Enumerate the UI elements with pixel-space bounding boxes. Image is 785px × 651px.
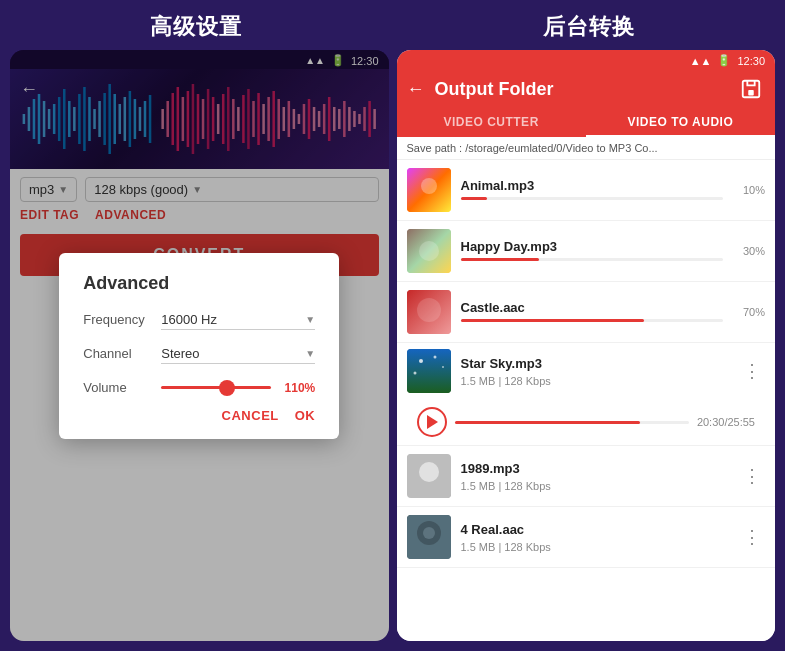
save-path-bar: Save path : /storage/eumlated/0/Video to… bbox=[397, 137, 776, 160]
conv-name-1989: 1989.mp3 bbox=[461, 461, 730, 476]
starsky-thumb-art bbox=[407, 349, 451, 393]
svg-rect-77 bbox=[407, 349, 451, 393]
progress-wrap-animal bbox=[461, 197, 724, 200]
volume-slider[interactable] bbox=[161, 378, 271, 398]
volume-value: 110% bbox=[279, 381, 315, 395]
conv-meta-starsky: 1.5 MB | 128 Kbps bbox=[461, 375, 730, 387]
conv-info-starsky: Star Sky.mp3 1.5 MB | 128 Kbps bbox=[461, 356, 730, 387]
happyday-thumb-art bbox=[407, 229, 451, 273]
playback-progress-starsky[interactable] bbox=[455, 421, 689, 424]
volume-track bbox=[161, 386, 271, 389]
4real-menu-button[interactable]: ⋮ bbox=[739, 526, 765, 548]
frequency-row: Frequency 8000 Hz 11025 Hz 16000 Hz 2205… bbox=[83, 310, 315, 330]
right-time: 12:30 bbox=[737, 55, 765, 67]
castle-thumb-art bbox=[407, 290, 451, 334]
1989-menu-button[interactable]: ⋮ bbox=[739, 465, 765, 487]
conv-info-1989: 1989.mp3 1.5 MB | 128 Kbps bbox=[461, 461, 730, 492]
right-panel-heading: Output Folder bbox=[435, 79, 728, 100]
frequency-select[interactable]: 8000 Hz 11025 Hz 16000 Hz 22050 Hz 44100… bbox=[161, 310, 315, 330]
conv-thumb-starsky bbox=[407, 349, 451, 393]
play-icon bbox=[427, 415, 438, 429]
svg-point-78 bbox=[419, 359, 423, 363]
conversion-list: Animal.mp3 10% bbox=[397, 160, 776, 641]
svg-point-76 bbox=[417, 298, 441, 322]
channel-select[interactable]: Mono Stereo bbox=[161, 344, 315, 364]
volume-label: Volume bbox=[83, 380, 153, 395]
conv-item-happyday: Happy Day.mp3 30% bbox=[397, 221, 776, 282]
frequency-select-wrap: 8000 Hz 11025 Hz 16000 Hz 22050 Hz 44100… bbox=[161, 310, 315, 330]
conv-name-happyday: Happy Day.mp3 bbox=[461, 239, 724, 254]
conv-item-animal: Animal.mp3 10% bbox=[397, 160, 776, 221]
animal-thumb-art bbox=[407, 168, 451, 212]
starsky-menu-button[interactable]: ⋮ bbox=[739, 360, 765, 382]
conv-item-4real: 4 Real.aac 1.5 MB | 128 Kbps ⋮ bbox=[397, 507, 776, 568]
dialog-cancel-button[interactable]: CANCEL bbox=[222, 408, 279, 423]
svg-point-74 bbox=[419, 241, 439, 261]
svg-point-83 bbox=[419, 462, 439, 482]
channel-select-wrap: Mono Stereo ▼ bbox=[161, 344, 315, 364]
conv-meta-1989: 1.5 MB | 128 Kbps bbox=[461, 480, 730, 492]
svg-point-86 bbox=[423, 527, 435, 539]
save-icon bbox=[740, 78, 762, 100]
conv-info-castle: Castle.aac bbox=[461, 300, 724, 324]
progress-fill-castle bbox=[461, 319, 645, 322]
svg-point-81 bbox=[413, 372, 416, 375]
dialog-ok-button[interactable]: OK bbox=[295, 408, 316, 423]
right-back-arrow[interactable]: ← bbox=[407, 79, 425, 100]
play-button-starsky[interactable] bbox=[417, 407, 447, 437]
conv-thumb-happyday bbox=[407, 229, 451, 273]
progress-pct-happyday: 30% bbox=[733, 245, 765, 257]
conv-thumb-animal bbox=[407, 168, 451, 212]
progress-wrap-happyday bbox=[461, 258, 724, 261]
svg-point-72 bbox=[421, 178, 437, 194]
conv-name-starsky: Star Sky.mp3 bbox=[461, 356, 730, 371]
frequency-label: Frequency bbox=[83, 312, 153, 327]
right-panel-title: 后台转换 bbox=[393, 12, 786, 42]
1989-thumb-art bbox=[407, 454, 451, 498]
conv-thumb-castle bbox=[407, 290, 451, 334]
progress-pct-animal: 10% bbox=[733, 184, 765, 196]
conv-info-happyday: Happy Day.mp3 bbox=[461, 239, 724, 263]
progress-fill-animal bbox=[461, 197, 487, 200]
conv-item-starsky: Star Sky.mp3 1.5 MB | 128 Kbps ⋮ 20:30/2… bbox=[397, 343, 776, 446]
conv-info-4real: 4 Real.aac 1.5 MB | 128 Kbps bbox=[461, 522, 730, 553]
conv-name-castle: Castle.aac bbox=[461, 300, 724, 315]
right-header: ▲▲ 🔋 12:30 ← Output Folder VIDEO CUTTE bbox=[397, 50, 776, 137]
tabs-row: VIDEO CUTTER VIDEO TO AUDIO bbox=[397, 107, 776, 137]
left-panel: ▲▲ 🔋 12:30 ← bbox=[10, 50, 389, 641]
svg-rect-70 bbox=[748, 90, 754, 96]
channel-label: Channel bbox=[83, 346, 153, 361]
4real-thumb-art bbox=[407, 515, 451, 559]
dialog-title: Advanced bbox=[83, 273, 315, 294]
conv-thumb-1989 bbox=[407, 454, 451, 498]
progress-wrap-castle bbox=[461, 319, 724, 322]
dialog-overlay: Advanced Frequency 8000 Hz 11025 Hz 1600… bbox=[10, 50, 389, 641]
folder-icon-button[interactable] bbox=[737, 75, 765, 103]
svg-point-79 bbox=[433, 356, 436, 359]
conv-item-castle: Castle.aac 70% bbox=[397, 282, 776, 343]
conv-name-animal: Animal.mp3 bbox=[461, 178, 724, 193]
conv-name-4real: 4 Real.aac bbox=[461, 522, 730, 537]
volume-row: Volume 110% bbox=[83, 378, 315, 398]
playback-row-starsky: 20:30/25:55 bbox=[407, 403, 766, 439]
dialog-actions: CANCEL OK bbox=[83, 408, 315, 423]
right-panel: ▲▲ 🔋 12:30 ← Output Folder VIDEO CUTTE bbox=[397, 50, 776, 641]
volume-thumb[interactable] bbox=[219, 380, 235, 396]
advanced-dialog: Advanced Frequency 8000 Hz 11025 Hz 1600… bbox=[59, 253, 339, 439]
conv-meta-4real: 1.5 MB | 128 Kbps bbox=[461, 541, 730, 553]
conv-item-1989: 1989.mp3 1.5 MB | 128 Kbps ⋮ bbox=[397, 446, 776, 507]
playback-time-starsky: 20:30/25:55 bbox=[697, 416, 755, 428]
conv-info-animal: Animal.mp3 bbox=[461, 178, 724, 202]
playback-fill-starsky bbox=[455, 421, 640, 424]
channel-row: Channel Mono Stereo ▼ bbox=[83, 344, 315, 364]
tab-video-cutter[interactable]: VIDEO CUTTER bbox=[397, 107, 586, 137]
progress-fill-happyday bbox=[461, 258, 540, 261]
svg-point-80 bbox=[442, 366, 444, 368]
progress-pct-castle: 70% bbox=[733, 306, 765, 318]
conv-thumb-4real bbox=[407, 515, 451, 559]
tab-video-to-audio[interactable]: VIDEO TO AUDIO bbox=[586, 107, 775, 137]
right-top-row: ← Output Folder bbox=[397, 69, 776, 107]
right-signal-icon: ▲▲ bbox=[690, 55, 712, 67]
left-panel-title: 高级设置 bbox=[0, 12, 393, 42]
right-battery-icon: 🔋 bbox=[717, 54, 731, 67]
